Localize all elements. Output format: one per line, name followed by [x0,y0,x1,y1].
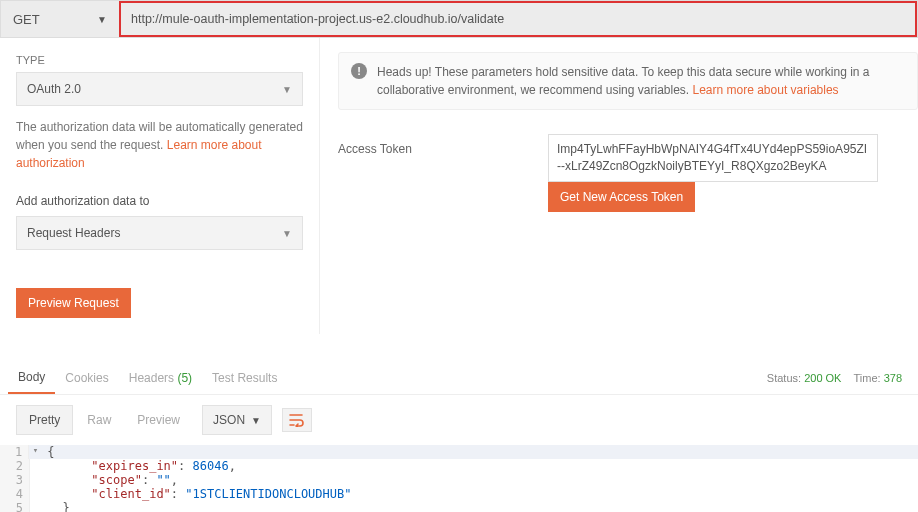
auth-details-panel: ! Heads up! These parameters hold sensit… [320,38,918,334]
status-code: 200 OK [804,372,841,384]
tab-cookies[interactable]: Cookies [55,363,118,393]
preview-request-button[interactable]: Preview Request [16,288,131,318]
authorization-panel: TYPE OAuth 2.0 ▼ The authorization data … [0,38,320,334]
add-auth-data-label: Add authorization data to [16,192,303,210]
auth-type-label: TYPE [16,54,303,66]
response-format-select[interactable]: JSON ▼ [202,405,272,435]
learn-more-variables-link[interactable]: Learn more about variables [693,83,839,97]
alert-text: Heads up! These parameters hold sensitiv… [377,63,905,99]
caret-down-icon: ▼ [282,228,292,239]
info-icon: ! [351,63,367,79]
view-pretty-button[interactable]: Pretty [16,405,73,435]
view-raw-button[interactable]: Raw [75,406,123,434]
caret-down-icon: ▼ [251,415,261,426]
wrap-lines-icon[interactable] [282,408,312,432]
request-url-input[interactable]: http://mule-oauth-implementation-project… [119,1,917,37]
auth-type-select[interactable]: OAuth 2.0 ▼ [16,72,303,106]
sensitive-data-alert: ! Heads up! These parameters hold sensit… [338,52,918,110]
tab-body[interactable]: Body [8,362,55,394]
caret-down-icon: ▼ [282,84,292,95]
access-token-label: Access Token [338,134,548,212]
response-status: Status: 200 OK Time: 378 [767,372,902,384]
response-time: 378 [884,372,902,384]
response-body: 1{ 2 "expires_in": 86046, 3 "scope": "",… [0,445,918,512]
response-view-toolbar: Pretty Raw Preview JSON ▼ [0,395,918,445]
view-preview-button[interactable]: Preview [125,406,192,434]
access-token-input[interactable] [548,134,878,182]
request-url-value: http://mule-oauth-implementation-project… [131,12,504,26]
caret-down-icon: ▼ [97,14,107,25]
auth-help-text: The authorization data will be automatic… [16,118,303,172]
tab-headers[interactable]: Headers (5) [119,363,202,393]
response-tabs: Body Cookies Headers (5) Test Results St… [0,354,918,395]
add-auth-data-select[interactable]: Request Headers ▼ [16,216,303,250]
auth-type-value: OAuth 2.0 [27,82,81,96]
request-bar: GET ▼ http://mule-oauth-implementation-p… [0,0,918,38]
http-method-select[interactable]: GET ▼ [1,1,119,37]
tab-test-results[interactable]: Test Results [202,363,287,393]
get-new-access-token-button[interactable]: Get New Access Token [548,182,695,212]
add-auth-data-value: Request Headers [27,226,120,240]
http-method-value: GET [13,12,40,27]
